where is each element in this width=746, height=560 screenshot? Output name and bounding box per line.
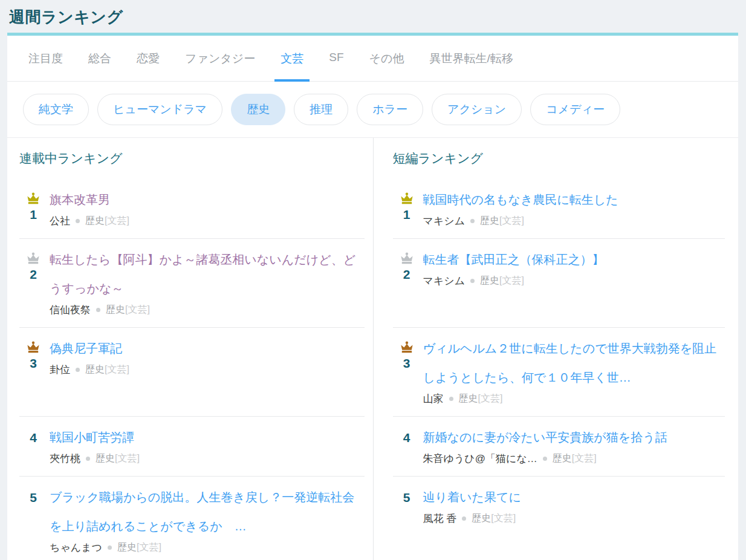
rank-number: 2 — [393, 267, 421, 282]
genre-label: 歴史 — [480, 215, 499, 226]
genre-label: 歴史 — [553, 453, 572, 463]
separator-dot-icon — [108, 545, 112, 550]
tab-item[interactable]: 総合 — [82, 36, 117, 81]
rank-number: 2 — [19, 267, 47, 282]
rank-box: 5 — [19, 483, 47, 560]
novel-title-link[interactable]: 戦国小町苦労譚 — [50, 423, 365, 452]
filter-pill[interactable]: ヒューマンドラマ — [97, 94, 222, 125]
rank-number: 4 — [393, 430, 421, 446]
novel-title-link[interactable]: 転生したら【阿斗】かよ～諸葛丞相いないんだけど、どうすっかな～ — [50, 245, 365, 303]
author-name: 公社 — [50, 214, 70, 228]
filter-pill-label: 推理 — [310, 103, 332, 116]
filter-pill[interactable]: ホラー — [357, 94, 423, 125]
novel-title-link[interactable]: 旗本改革男 — [50, 185, 365, 214]
tab-item[interactable]: その他 — [363, 36, 410, 81]
genre-tag: 歴史[文芸] — [106, 304, 150, 316]
rank-box: 2 — [393, 245, 421, 328]
crown-icon — [25, 192, 41, 206]
novel-title-link[interactable]: 偽典尼子軍記 — [50, 334, 365, 363]
novel-entry-body: 新婚なのに妻が冷たい平安貴族が猫を拾う話 朱音ゆうひ@「猫にな… 歴史[文芸] — [421, 423, 727, 477]
genre-tag: 歴史[文芸] — [459, 392, 503, 405]
novel-title-link[interactable]: 辿り着いた果てに — [423, 483, 727, 512]
ranking-item: 2 転生したら【阿斗】かよ～諸葛丞相いないんだけど、どうすっかな～ 信仙夜祭 歴… — [7, 239, 373, 328]
novel-title-link[interactable]: ヴィルヘルム２世に転生したので世界大戦勃発を阻止しようとしたら、何で１０年早く世… — [423, 334, 727, 392]
tab-label: 恋愛 — [137, 52, 160, 65]
rank-number: 3 — [19, 356, 47, 371]
novel-entry-body: ブラック職場からの脱出。人生巻き戻し？一発逆転社会を上り詰めれることができるか … — [47, 483, 365, 560]
rank-number: 4 — [19, 430, 47, 446]
filter-pill-label: コメディー — [546, 103, 605, 116]
author-name: 山家 — [423, 392, 444, 406]
novel-entry-body: 辿り着いた果てに 風花 香 歴史[文芸] — [421, 483, 727, 560]
novel-entry-body: ヴィルヘルム２世に転生したので世界大戦勃発を阻止しようとしたら、何で１０年早く世… — [421, 334, 727, 417]
filter-pill-label: ヒューマンドラマ — [113, 103, 207, 116]
tab-item[interactable]: SF — [323, 36, 349, 81]
ranking-item: 3 ヴィルヘルム２世に転生したので世界大戦勃発を阻止しようとしたら、何で１０年早… — [373, 328, 739, 417]
filter-pill-label: アクション — [447, 103, 506, 116]
author-name: マキシム — [423, 214, 465, 228]
tab-item[interactable]: 恋愛 — [131, 36, 166, 81]
separator-dot-icon — [470, 219, 475, 223]
separator-dot-icon — [86, 457, 90, 461]
subgenre-label: [文芸] — [105, 215, 129, 226]
genre-tag: 歴史[文芸] — [553, 452, 597, 465]
novel-entry-body: 転生したら【阿斗】かよ～諸葛丞相いないんだけど、どうすっかな～ 信仙夜祭 歴史[… — [47, 245, 365, 328]
filter-pill[interactable]: 純文学 — [23, 94, 89, 125]
rank-number: 3 — [393, 356, 421, 371]
page-title: 週間ランキング — [0, 0, 746, 33]
genre-label: 歴史 — [96, 453, 115, 463]
subgenre-label: [文芸] — [137, 542, 161, 552]
filter-pill[interactable]: 推理 — [294, 94, 348, 125]
crown-icon — [25, 341, 41, 354]
subgenre-label: [文芸] — [572, 453, 597, 463]
rank-box: 5 — [393, 483, 421, 560]
subgenre-label: [文芸] — [491, 513, 516, 523]
genre-tag: 歴史[文芸] — [96, 452, 140, 465]
novel-entry-body: 旗本改革男 公社 歴史[文芸] — [47, 185, 365, 239]
novel-entry-body: 戦国時代の名もなき農民に転生した マキシム 歴史[文芸] — [421, 185, 727, 239]
genre-label: 歴史 — [480, 275, 499, 285]
tab-item[interactable]: ファンタジー — [179, 36, 261, 81]
author-name: 信仙夜祭 — [50, 303, 91, 317]
novel-meta: マキシム 歴史[文芸] — [423, 214, 727, 239]
rank-box: 2 — [19, 245, 47, 328]
novel-meta: 風花 香 歴史[文芸] — [423, 512, 727, 536]
tab-item[interactable]: 注目度 — [22, 36, 69, 81]
novel-title-link[interactable]: 転生者【武田正之（保科正之）】 — [423, 245, 727, 274]
ranking-item: 1 旗本改革男 公社 歴史[文芸] — [7, 179, 373, 239]
novel-meta: 卦位 歴史[文芸] — [50, 363, 365, 388]
rank-box: 1 — [393, 185, 421, 239]
filter-pill[interactable]: 歴史 — [231, 94, 285, 125]
novel-meta: 公社 歴史[文芸] — [50, 214, 365, 239]
subgenre-label: [文芸] — [478, 393, 503, 403]
filter-pill[interactable]: アクション — [432, 94, 522, 125]
ranking-grid: 連載中ランキング 短編ランキング 1 旗本改革男 公社 歴史[文芸] — [7, 138, 738, 560]
separator-dot-icon — [76, 368, 80, 372]
genre-tag: 歴史[文芸] — [85, 215, 129, 227]
genre-label: 歴史 — [85, 215, 105, 226]
rank-box: 3 — [19, 334, 47, 417]
novel-meta: 朱音ゆうひ@「猫にな… 歴史[文芸] — [423, 452, 727, 477]
tab-label: SF — [329, 51, 343, 63]
ranking-card: 注目度 総合 恋愛 ファンタジー 文芸 SF その他 異世界転生/転移 純文学 … — [7, 33, 738, 560]
tab-item[interactable]: 異世界転生/転移 — [423, 36, 519, 81]
tab-label: 文芸 — [281, 52, 303, 65]
novel-meta: 山家 歴史[文芸] — [423, 392, 727, 417]
novel-entry-body: 偽典尼子軍記 卦位 歴史[文芸] — [47, 334, 365, 417]
author-name: 夾竹桃 — [50, 452, 80, 466]
tab-item[interactable]: 文芸 — [274, 36, 310, 81]
genre-label: 歴史 — [459, 393, 478, 403]
novel-title-link[interactable]: 新婚なのに妻が冷たい平安貴族が猫を拾う話 — [423, 423, 727, 452]
rank-number: 1 — [393, 207, 421, 223]
subgenre-label: [文芸] — [499, 275, 524, 285]
filter-pill[interactable]: コメディー — [530, 94, 620, 125]
ranking-item: 3 偽典尼子軍記 卦位 歴史[文芸] — [7, 328, 373, 417]
separator-dot-icon — [462, 516, 466, 521]
novel-title-link[interactable]: ブラック職場からの脱出。人生巻き戻し？一発逆転社会を上り詰めれることができるか … — [50, 483, 365, 541]
novel-title-link[interactable]: 戦国時代の名もなき農民に転生した — [423, 185, 727, 214]
tab-label: ファンタジー — [185, 52, 255, 65]
genre-label: 歴史 — [106, 304, 125, 314]
genre-label: 歴史 — [472, 513, 491, 523]
novel-entry-body: 転生者【武田正之（保科正之）】 マキシム 歴史[文芸] — [421, 245, 727, 328]
crown-icon — [399, 252, 415, 265]
